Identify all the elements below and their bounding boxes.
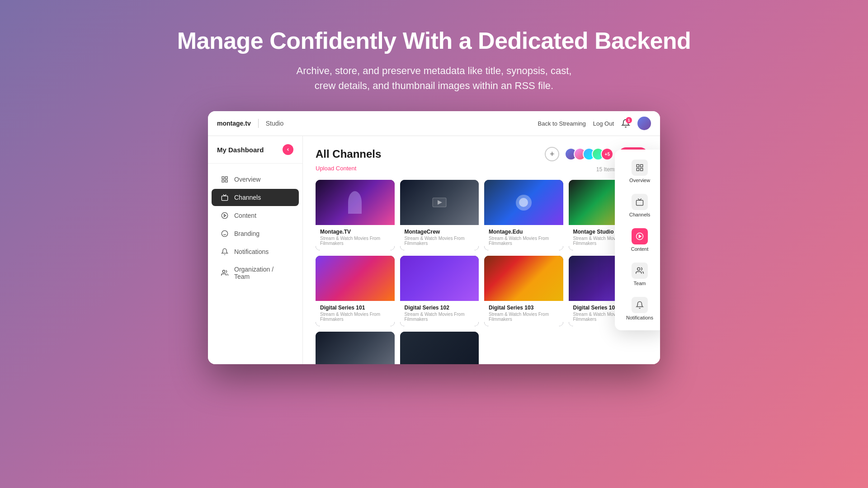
sidebar-overview-label: Overview [234,176,260,183]
float-content-icon [632,228,648,244]
sidebar-item-overview[interactable]: Overview [212,171,299,188]
svg-rect-13 [637,164,639,167]
sidebar-channels-label: Channels [234,194,261,201]
card-title-1: MontageCrew [405,229,475,235]
users-icon [221,269,229,277]
card-title-2: Montage.Edu [489,229,559,235]
channel-card-8[interactable]: Digital Series 105Stream & Watch Movies … [316,332,395,364]
hero-title: Manage Confidently With a Dedicated Back… [177,27,691,54]
card-subtitle-1: Stream & Watch Movies From Filmmakers [405,236,475,246]
channel-grid: Montage.TVStream & Watch Movies From Fil… [316,180,647,364]
content-header: All Channels + +5 New [316,147,647,161]
browser-actions: Back to Streaming Log Out 1 [538,117,651,130]
svg-rect-0 [222,177,224,179]
page-title: All Channels [316,148,381,160]
sidebar-item-branding[interactable]: Branding [212,225,299,242]
svg-rect-14 [641,164,643,167]
svg-marker-6 [224,214,226,216]
logo-text: montage.tv [217,120,251,127]
sidebar-branding-label: Branding [234,230,259,237]
svg-rect-17 [637,200,643,205]
sidebar-item-notifications[interactable]: Notifications [212,243,299,260]
sidebar-notifications-label: Notifications [234,248,269,255]
add-channel-button[interactable]: + [545,147,559,161]
channel-card-5[interactable]: Digital Series 102Stream & Watch Movies … [400,256,479,326]
grid-icon [221,175,229,183]
float-item-channels[interactable]: Channels [619,189,660,222]
notification-badge: 1 [626,117,632,123]
circle-play-icon [221,211,229,220]
app-body: My Dashboard Overview [208,136,660,364]
card-subtitle-4: Stream & Watch Movies From Filmmakers [320,312,390,322]
channel-card-1[interactable]: MontageCrewStream & Watch Movies From Fi… [400,180,479,250]
logout-link[interactable]: Log Out [593,120,614,127]
sidebar-header: My Dashboard [208,136,302,164]
hero-subtitle-1: Archive, store, and preserve metadata li… [177,63,691,78]
card-subtitle-6: Stream & Watch Movies From Filmmakers [489,312,559,322]
float-channels-label: Channels [629,212,650,217]
channel-card-0[interactable]: Montage.TVStream & Watch Movies From Fil… [316,180,395,250]
channel-card-6[interactable]: Digital Series 103Stream & Watch Movies … [484,256,563,326]
user-avatar[interactable] [637,117,651,130]
sidebar-item-channels[interactable]: Channels [212,189,299,206]
svg-point-10 [222,270,225,272]
float-team-label: Team [634,281,646,286]
sidebar-collapse-button[interactable] [283,144,293,155]
float-notifications-label: Notifications [626,315,653,320]
upload-content-link[interactable]: Upload Content [316,165,356,172]
avatar-group: +5 [565,148,613,160]
logo-divider [258,119,259,128]
float-item-team[interactable]: Team [619,258,660,291]
svg-rect-3 [222,180,224,182]
card-subtitle-5: Stream & Watch Movies From Filmmakers [405,312,475,322]
float-item-notifications[interactable]: Notifications [619,292,660,325]
sidebar-item-organization[interactable]: Organization / Team [212,261,299,285]
browser-logo: montage.tv Studio [217,119,283,128]
float-overview-label: Overview [629,178,650,183]
float-item-content[interactable]: Content [619,224,660,256]
svg-rect-15 [641,169,643,171]
card-subtitle-0: Stream & Watch Movies From Filmmakers [320,236,390,246]
channel-card-2[interactable]: Montage.EduStream & Watch Movies From Fi… [484,180,563,250]
svg-marker-19 [639,235,642,238]
card-subtitle-2: Stream & Watch Movies From Filmmakers [489,236,559,246]
float-team-icon [632,263,648,279]
sidebar-item-content[interactable]: Content [212,207,299,224]
floating-menu: Overview Channels [615,150,660,330]
sidebar-nav: Overview Channels [208,164,302,292]
card-title-0: Montage.TV [320,229,390,235]
studio-text: Studio [266,120,284,127]
sidebar-title: My Dashboard [217,146,264,154]
float-content-label: Content [631,246,649,252]
tv-icon [221,193,229,202]
float-item-overview[interactable]: Overview [619,155,660,188]
sidebar-organization-label: Organization / Team [234,266,290,280]
hero-section: Manage Confidently With a Dedicated Back… [177,0,691,111]
bell-icon [221,248,229,256]
hero-subtitle-2: crew details, and thumbnail images withi… [177,78,691,93]
sidebar-content-label: Content [234,212,256,219]
card-title-6: Digital Series 103 [489,305,559,311]
sidebar: My Dashboard Overview [208,136,303,364]
main-content-area: All Channels + +5 New Upload Content 15 … [303,136,660,364]
svg-rect-4 [222,196,227,201]
float-notifications-icon [632,297,648,313]
card-title-5: Digital Series 102 [405,305,475,311]
browser-chrome: montage.tv Studio Back to Streaming Log … [208,111,660,136]
svg-rect-2 [225,180,227,182]
svg-point-5 [222,212,227,218]
channel-card-4[interactable]: Digital Series 101Stream & Watch Movies … [316,256,395,326]
notification-icon-button[interactable]: 1 [621,119,630,128]
channel-card-9[interactable]: Digital Series 106Stream & Watch Movies … [400,332,479,364]
float-overview-icon [632,160,648,176]
card-title-4: Digital Series 101 [320,305,390,311]
palette-icon [221,230,229,238]
browser-window: montage.tv Studio Back to Streaming Log … [208,111,660,364]
svg-point-7 [222,230,227,236]
svg-point-20 [637,267,640,270]
back-to-streaming-link[interactable]: Back to Streaming [538,120,586,127]
avatar-count: +5 [601,148,613,160]
svg-rect-1 [225,177,227,179]
svg-rect-16 [637,169,639,171]
float-channels-icon [632,194,648,210]
